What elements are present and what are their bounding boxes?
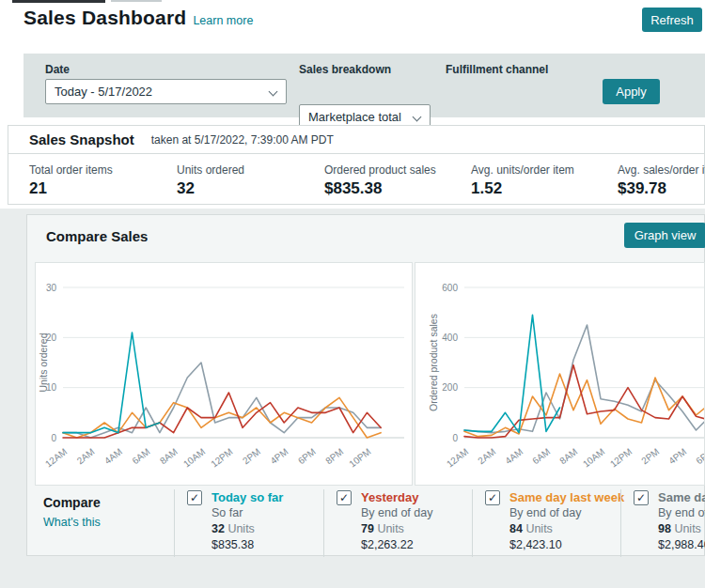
svg-text:4PM: 4PM (268, 446, 290, 466)
legend-subtitle-today: So far (212, 505, 283, 521)
date-select-value: Today - 5/17/2022 (55, 85, 152, 99)
legend-item-last-week: ✓ Same day last week By end of day 84 Un… (472, 489, 620, 557)
clipped-content-fragment (12, 0, 105, 3)
svg-text:6AM: 6AM (130, 446, 151, 466)
svg-text:10AM: 10AM (581, 446, 606, 470)
sales-snapshot-title: Sales Snapshot (29, 132, 134, 147)
svg-text:2PM: 2PM (241, 446, 262, 466)
legend-title-last-year: Same day last year (658, 489, 705, 505)
svg-text:10PM: 10PM (347, 446, 372, 470)
whats-this-link[interactable]: What's this (43, 516, 101, 529)
fulfillment-channel-label: Fulfillment channel (446, 63, 548, 76)
svg-text:4AM: 4AM (102, 446, 124, 466)
sales-breakdown-label: Sales breakdown (299, 63, 391, 76)
svg-text:6AM: 6AM (530, 446, 552, 466)
page-title: Sales Dashboard (24, 7, 186, 29)
legend-subtitle-last-year: By end of day (658, 505, 705, 521)
svg-text:6PM: 6PM (694, 446, 705, 466)
chevron-down-icon (269, 87, 278, 97)
legend-units-last-year: 98 (658, 522, 671, 535)
svg-text:6PM: 6PM (296, 446, 318, 466)
legend-units-yesterday: 79 (361, 522, 374, 535)
svg-text:200: 200 (442, 382, 458, 393)
metric-avg-sales-order-item: Avg. sales/order item $39.78 (618, 163, 705, 198)
snapshot-timestamp: taken at 5/17/2022, 7:39:00 AM PDT (151, 133, 334, 147)
svg-text:12PM: 12PM (608, 446, 634, 470)
legend-sales-last-week: $2,423.10 (509, 537, 624, 553)
metric-ordered-product-sales: Ordered product sales $835.38 (324, 163, 436, 198)
svg-text:8AM: 8AM (158, 446, 180, 466)
svg-text:12AM: 12AM (445, 446, 470, 470)
svg-text:Units ordered: Units ordered (38, 333, 49, 392)
legend-item-last-year: ✓ Same day last year By end of day 98 Un… (620, 489, 705, 557)
metric-total-order-items: Total order items 21 (29, 163, 113, 198)
svg-text:12AM: 12AM (43, 446, 69, 470)
legend-sales-today: $835.38 (212, 537, 283, 553)
legend-subtitle-yesterday: By end of day (361, 505, 432, 521)
svg-text:8PM: 8PM (323, 446, 345, 466)
date-filter-label: Date (45, 63, 70, 76)
sales-breakdown-value: Marketplace total (308, 110, 401, 124)
last-year-checkbox[interactable]: ✓ (634, 490, 649, 505)
legend-units-last-week: 84 (509, 522, 523, 535)
page-header: Sales Dashboard Learn more (24, 7, 253, 29)
svg-text:Ordered product sales: Ordered product sales (428, 314, 439, 411)
compare-label: Compare (43, 495, 101, 510)
compare-legend-header: Compare What's this (43, 495, 101, 530)
svg-text:600: 600 (442, 283, 458, 293)
compare-sales-card: Compare Sales Graph view 010203012AM2AM4… (26, 214, 705, 556)
apply-button[interactable]: Apply (603, 79, 660, 104)
sales-snapshot-card: Sales Snapshot taken at 5/17/2022, 7:39:… (8, 125, 705, 205)
svg-text:4AM: 4AM (503, 446, 525, 466)
clipped-content-fragment (111, 0, 162, 2)
legend-subtitle-last-week: By end of day (509, 505, 624, 521)
legend-units-today: 32 (212, 522, 225, 535)
refresh-button[interactable]: Refresh (642, 8, 702, 32)
svg-text:10AM: 10AM (181, 446, 207, 470)
yesterday-checkbox[interactable]: ✓ (337, 490, 352, 505)
svg-text:2PM: 2PM (639, 446, 661, 466)
filter-bar: Date Today - 5/17/2022 Sales breakdown M… (24, 54, 705, 117)
svg-text:2AM: 2AM (75, 446, 97, 466)
svg-text:8AM: 8AM (557, 446, 579, 466)
units-ordered-chart: 010203012AM2AM4AM6AM8AM10AM12PM2PM4PM6PM… (36, 263, 413, 485)
svg-text:400: 400 (442, 333, 458, 343)
product-sales-chart-panel: 020040060012AM2AM4AM6AM8AM10AM12PM2PM4PM… (415, 262, 705, 486)
svg-text:2AM: 2AM (476, 446, 497, 466)
legend-title-today: Today so far (212, 489, 283, 505)
legend-title-last-week: Same day last week (509, 489, 624, 505)
svg-text:0: 0 (51, 433, 56, 443)
graph-view-button[interactable]: Graph view (624, 223, 705, 248)
legend-item-yesterday: ✓ Yesterday By end of day 79 Units $2,26… (323, 489, 472, 557)
legend-sales-yesterday: $2,263.22 (361, 537, 432, 553)
svg-text:4PM: 4PM (666, 446, 688, 466)
svg-text:12PM: 12PM (209, 446, 234, 470)
svg-text:30: 30 (46, 283, 57, 293)
legend-item-today: ✓ Today so far So far 32 Units $835.38 (174, 489, 323, 557)
legend-title-yesterday: Yesterday (361, 489, 432, 505)
last-week-checkbox[interactable]: ✓ (485, 490, 500, 505)
product-sales-chart: 020040060012AM2AM4AM6AM8AM10AM12PM2PM4PM… (415, 263, 705, 485)
metric-units-ordered: Units ordered 32 (177, 163, 244, 198)
compare-sales-title: Compare Sales (46, 228, 148, 244)
sales-snapshot-header: Sales Snapshot taken at 5/17/2022, 7:39:… (8, 126, 704, 154)
learn-more-link[interactable]: Learn more (193, 14, 253, 27)
svg-text:0: 0 (452, 433, 458, 443)
date-select[interactable]: Today - 5/17/2022 (45, 79, 287, 104)
metric-avg-units-order-item: Avg. units/order item 1.52 (471, 163, 574, 198)
today-checkbox[interactable]: ✓ (187, 490, 202, 505)
units-ordered-chart-panel: 010203012AM2AM4AM6AM8AM10AM12PM2PM4PM6PM… (35, 262, 413, 486)
chevron-down-icon (413, 113, 422, 122)
legend-sales-last-year: $2,988.40 (658, 537, 705, 553)
